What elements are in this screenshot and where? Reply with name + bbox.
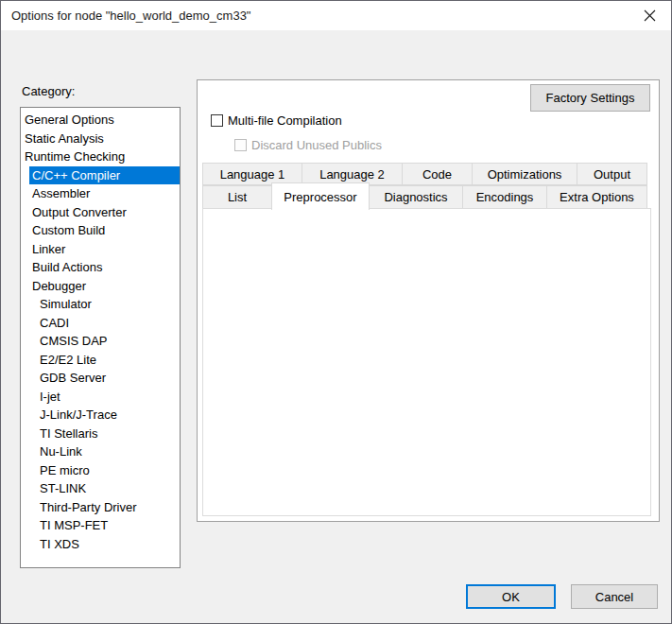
- tab-optimizations[interactable]: Optimizations: [472, 163, 577, 185]
- category-item-j-link-j-trace[interactable]: J-Link/J-Trace: [21, 406, 180, 425]
- tab-code[interactable]: Code: [402, 163, 473, 185]
- category-item-assembler[interactable]: Assembler: [21, 184, 180, 203]
- multi-file-compilation-checkbox[interactable]: Multi-file Compilation: [211, 113, 342, 128]
- category-item-nu-link[interactable]: Nu-Link: [21, 442, 180, 461]
- factory-settings-button[interactable]: Factory Settings: [530, 84, 650, 112]
- category-item-third-party-driver[interactable]: Third-Party Driver: [21, 498, 180, 517]
- category-item-pe-micro[interactable]: PE micro: [21, 461, 180, 480]
- tab-extra-options[interactable]: Extra Options: [546, 185, 647, 209]
- ok-button[interactable]: OK: [466, 584, 556, 609]
- category-label: Category:: [22, 84, 75, 98]
- tab-row-lower: ListPreprocessorDiagnosticsEncodingsExtr…: [202, 185, 646, 209]
- close-button[interactable]: [629, 1, 671, 30]
- tab-output[interactable]: Output: [577, 163, 647, 185]
- category-item-cadi[interactable]: CADI: [21, 314, 180, 333]
- tab-diagnostics[interactable]: Diagnostics: [369, 185, 463, 209]
- checkbox-box-icon: [234, 139, 247, 151]
- cancel-button[interactable]: Cancel: [571, 584, 658, 609]
- tab-encodings[interactable]: Encodings: [462, 185, 547, 209]
- discard-unused-publics-checkbox: Discard Unused Publics: [234, 138, 382, 152]
- checkbox-box-icon: [211, 114, 223, 127]
- tab-preprocessor[interactable]: Preprocessor: [271, 182, 370, 210]
- title-bar: Options for node "hello_world_demo_cm33": [1, 1, 671, 30]
- tab-list[interactable]: List: [202, 185, 272, 209]
- category-item-st-link[interactable]: ST-LINK: [21, 479, 180, 498]
- category-item-ti-xds[interactable]: TI XDS: [21, 535, 180, 554]
- category-item-c-c-compiler[interactable]: C/C++ Compiler: [29, 166, 180, 185]
- category-item-build-actions[interactable]: Build Actions: [21, 258, 180, 277]
- category-listbox: General OptionsStatic AnalysisRuntime Ch…: [20, 107, 181, 568]
- category-item-cmsis-dap[interactable]: CMSIS DAP: [21, 332, 180, 351]
- preprocessor-tab-panel: [202, 208, 651, 516]
- category-item-static-analysis[interactable]: Static Analysis: [21, 130, 180, 148]
- tab-row-upper: Language 1Language 2CodeOptimizationsOut…: [202, 163, 646, 185]
- category-item-ti-msp-fet[interactable]: TI MSP-FET: [21, 516, 180, 535]
- category-item-gdb-server[interactable]: GDB Server: [21, 369, 180, 388]
- category-item-e2-e2-lite[interactable]: E2/E2 Lite: [21, 351, 180, 370]
- category-item-output-converter[interactable]: Output Converter: [21, 203, 180, 222]
- category-item-linker[interactable]: Linker: [21, 240, 180, 259]
- category-item-i-jet[interactable]: I-jet: [21, 388, 180, 407]
- category-item-runtime-checking[interactable]: Runtime Checking: [21, 147, 180, 166]
- category-item-simulator[interactable]: Simulator: [21, 295, 180, 314]
- category-item-custom-build[interactable]: Custom Build: [21, 221, 180, 240]
- dialog-title: Options for node "hello_world_demo_cm33": [11, 9, 251, 23]
- close-icon: [644, 9, 656, 22]
- category-item-general-options[interactable]: General Options: [21, 111, 180, 130]
- options-dialog: Options for node "hello_world_demo_cm33"…: [0, 0, 672, 624]
- category-item-debugger[interactable]: Debugger: [21, 277, 180, 296]
- category-item-ti-stellaris[interactable]: TI Stellaris: [21, 425, 180, 443]
